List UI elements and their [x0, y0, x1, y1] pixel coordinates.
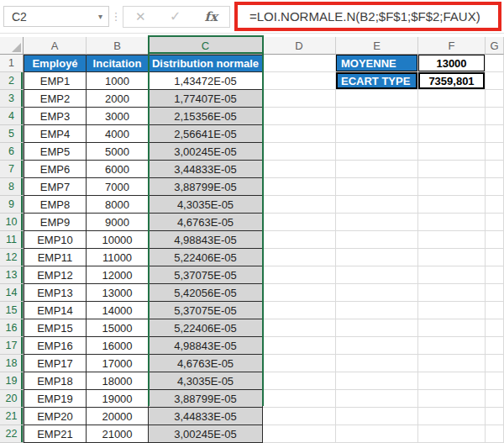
cell-C6[interactable]: 3,00245E-05	[149, 143, 263, 161]
cell-G6[interactable]	[486, 143, 504, 161]
cell-G20[interactable]	[486, 390, 504, 408]
cell-D1[interactable]	[263, 55, 336, 72]
cell-D10[interactable]	[263, 214, 336, 231]
formula-input[interactable]: =LOI.NORMALE.N(B2;$F$1;$F$2;FAUX)	[238, 9, 480, 24]
column-header-E[interactable]: E	[336, 37, 418, 55]
cell-F2[interactable]: 7359,801	[418, 72, 486, 90]
cell-B19[interactable]: 18000	[87, 372, 149, 390]
cell-F1[interactable]: 13000	[418, 55, 486, 72]
cell-C22[interactable]: 3,00245E-05	[149, 425, 263, 443]
cell-C12[interactable]: 5,22406E-05	[149, 249, 263, 266]
cell-F4[interactable]	[418, 108, 486, 125]
cell-D6[interactable]	[263, 143, 336, 161]
cell-G14[interactable]	[486, 284, 504, 302]
cell-A14[interactable]: EMP13	[24, 284, 87, 302]
cell-B7[interactable]: 6000	[87, 161, 149, 178]
cell-D21[interactable]	[263, 408, 336, 425]
cell-D2[interactable]	[263, 72, 336, 90]
cell-C1[interactable]: Distribution normale	[149, 55, 263, 72]
cell-C3[interactable]: 1,77407E-05	[149, 90, 263, 108]
cell-F20[interactable]	[418, 390, 486, 408]
cell-E11[interactable]	[336, 231, 418, 249]
cell-F19[interactable]	[418, 372, 486, 390]
cell-F21[interactable]	[418, 408, 486, 425]
cell-A8[interactable]: EMP7	[24, 178, 87, 196]
cell-F18[interactable]	[418, 355, 486, 372]
cell-D11[interactable]	[263, 231, 336, 249]
cell-D15[interactable]	[263, 302, 336, 319]
cell-B5[interactable]: 4000	[87, 125, 149, 143]
name-box[interactable]: C2 ▾	[3, 6, 109, 27]
cell-E12[interactable]	[336, 249, 418, 266]
cell-G1[interactable]	[486, 55, 504, 72]
cell-A1[interactable]: Employé	[24, 55, 87, 72]
row-header-11[interactable]: 11	[0, 231, 24, 249]
cell-A12[interactable]: EMP11	[24, 249, 87, 266]
cell-B3[interactable]: 2000	[87, 90, 149, 108]
cell-G12[interactable]	[486, 249, 504, 266]
cell-B4[interactable]: 3000	[87, 108, 149, 125]
cell-A15[interactable]: EMP14	[24, 302, 87, 319]
cell-A10[interactable]: EMP9	[24, 214, 87, 231]
cell-G4[interactable]	[486, 108, 504, 125]
cell-G16[interactable]	[486, 319, 504, 337]
cell-B18[interactable]: 17000	[87, 355, 149, 372]
cell-F14[interactable]	[418, 284, 486, 302]
cell-C11[interactable]: 4,98843E-05	[149, 231, 263, 249]
cell-F5[interactable]	[418, 125, 486, 143]
cell-G2[interactable]	[486, 72, 504, 90]
row-header-14[interactable]: 14	[0, 284, 24, 302]
cell-E18[interactable]	[336, 355, 418, 372]
cell-C8[interactable]: 3,88799E-05	[149, 178, 263, 196]
cell-C17[interactable]: 4,98843E-05	[149, 337, 263, 355]
cancel-icon[interactable]: ✕	[135, 9, 146, 24]
row-header-5[interactable]: 5	[0, 125, 24, 143]
cell-A16[interactable]: EMP15	[24, 319, 87, 337]
cell-D20[interactable]	[263, 390, 336, 408]
cell-F12[interactable]	[418, 249, 486, 266]
cell-A11[interactable]: EMP10	[24, 231, 87, 249]
cell-D13[interactable]	[263, 266, 336, 284]
cell-G15[interactable]	[486, 302, 504, 319]
cell-C16[interactable]: 5,22406E-05	[149, 319, 263, 337]
cell-F17[interactable]	[418, 337, 486, 355]
cell-A22[interactable]: EMP21	[24, 425, 87, 443]
cell-D7[interactable]	[263, 161, 336, 178]
cell-F3[interactable]	[418, 90, 486, 108]
cell-C7[interactable]: 3,44833E-05	[149, 161, 263, 178]
cell-A7[interactable]: EMP6	[24, 161, 87, 178]
cell-E17[interactable]	[336, 337, 418, 355]
cell-C5[interactable]: 2,56641E-05	[149, 125, 263, 143]
row-header-15[interactable]: 15	[0, 302, 24, 319]
cell-B13[interactable]: 12000	[87, 266, 149, 284]
cell-C9[interactable]: 4,3035E-05	[149, 196, 263, 214]
cell-D16[interactable]	[263, 319, 336, 337]
cell-B10[interactable]: 9000	[87, 214, 149, 231]
cell-B22[interactable]: 21000	[87, 425, 149, 443]
row-header-9[interactable]: 9	[0, 196, 24, 214]
column-header-A[interactable]: A	[24, 37, 87, 55]
cell-E8[interactable]	[336, 178, 418, 196]
cell-G17[interactable]	[486, 337, 504, 355]
cell-C13[interactable]: 5,37075E-05	[149, 266, 263, 284]
column-header-F[interactable]: F	[418, 37, 486, 55]
cell-F9[interactable]	[418, 196, 486, 214]
cell-E13[interactable]	[336, 266, 418, 284]
row-header-7[interactable]: 7	[0, 161, 24, 178]
cell-D18[interactable]	[263, 355, 336, 372]
column-header-G[interactable]: G	[486, 37, 504, 55]
cell-D19[interactable]	[263, 372, 336, 390]
cell-G11[interactable]	[486, 231, 504, 249]
cell-F8[interactable]	[418, 178, 486, 196]
cell-A20[interactable]: EMP19	[24, 390, 87, 408]
column-header-B[interactable]: B	[87, 37, 149, 55]
cell-G5[interactable]	[486, 125, 504, 143]
row-header-16[interactable]: 16	[0, 319, 24, 337]
cell-D8[interactable]	[263, 178, 336, 196]
column-header-C[interactable]: C	[149, 37, 263, 55]
cell-D12[interactable]	[263, 249, 336, 266]
row-header-21[interactable]: 21	[0, 408, 24, 425]
cell-E20[interactable]	[336, 390, 418, 408]
cell-C19[interactable]: 4,3035E-05	[149, 372, 263, 390]
row-header-10[interactable]: 10	[0, 214, 24, 231]
